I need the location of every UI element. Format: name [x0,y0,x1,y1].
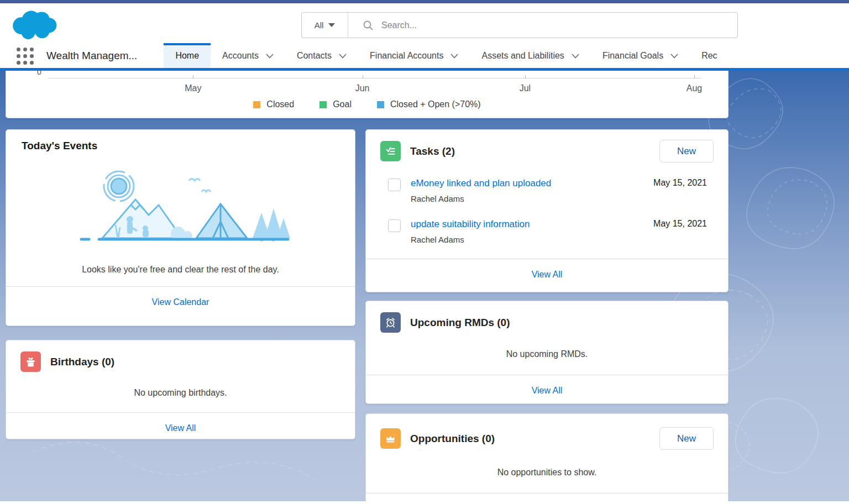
legend-swatch-closed [253,101,260,108]
tab-financial-accounts[interactable]: Financial Accounts [358,43,470,68]
task-due-date: May 15, 2021 [653,219,707,244]
tasks-card: Tasks (2) New eMoney linked and plan upl… [365,129,729,292]
crown-icon [380,428,401,449]
legend-item-closed-open: Closed + Open (>70%) [377,99,481,109]
search-input[interactable] [381,20,719,30]
card-title: Today's Events [6,140,355,152]
x-tick-jun: Jun [355,83,370,93]
task-checklist-icon [380,141,401,161]
view-all-link[interactable]: View All [532,270,563,279]
caret-down-icon [328,23,335,27]
card-title: Birthdays (0) [50,356,114,368]
task-due-date: May 15, 2021 [653,178,707,203]
chart-legend: Closed Goal Closed + Open (>70%) [6,99,728,109]
nav-tabs: Home Accounts Contacts Financial Account… [164,43,729,68]
app-launcher-icon[interactable] [17,48,35,66]
tab-home[interactable]: Home [164,43,211,68]
legend-swatch-goal [319,101,327,108]
salesforce-logo-icon [9,7,59,41]
card-title: Tasks (2) [410,145,455,158]
todays-events-card: Today's Events [6,129,355,326]
new-task-button[interactable]: New [659,140,714,162]
app-nav-bar: Wealth Managem... Home Accounts Contacts… [0,43,849,71]
new-opportunity-button[interactable]: New [659,427,714,450]
search-scope-label: All [315,20,324,30]
card-title: Upcoming RMDs (0) [410,317,510,329]
chevron-down-icon [266,54,274,59]
search-icon [363,20,374,31]
legend-item-goal: Goal [319,99,352,109]
x-tick-jul: Jul [520,83,531,93]
alarm-clock-icon [380,312,401,333]
gift-icon [20,351,41,372]
legend-item-closed: Closed [253,99,294,109]
rmds-empty-text: No upcoming RMDs. [366,349,728,359]
tab-contacts[interactable]: Contacts [285,43,358,68]
search-scope-dropdown[interactable]: All [302,13,348,38]
opportunities-card: Opportunities (0) New No opportunities t… [365,413,729,501]
view-all-link[interactable]: View All [532,386,563,395]
legend-swatch-closed-open [377,101,384,108]
global-header: All [0,3,849,43]
events-empty-illustration [65,160,297,255]
birthdays-empty-text: No upcoming birthdays. [6,388,355,398]
task-checkbox[interactable] [388,179,401,191]
y-axis-tick-label: 0 [37,71,41,76]
task-title-link[interactable]: update suitability information [411,219,530,229]
tab-accounts[interactable]: Accounts [211,43,285,68]
x-tick-aug: Aug [686,83,702,93]
tab-truncated[interactable]: Rec [690,43,729,68]
view-all-link[interactable]: View All [165,423,196,433]
tab-financial-goals[interactable]: Financial Goals [591,43,690,68]
task-title-link[interactable]: eMoney linked and plan uploaded [411,178,551,188]
task-assignee: Rachel Adams [411,235,530,244]
performance-chart-card: 0 May Jun Jul Aug Closed Goal [6,71,729,118]
task-row: eMoney linked and plan uploaded Rachel A… [388,178,707,203]
chart-x-axis: May Jun Jul Aug [48,78,701,78]
events-empty-text: Looks like you're free and clear the res… [6,265,355,275]
app-name: Wealth Managem... [46,50,137,62]
chevron-down-icon [572,54,579,59]
task-assignee: Rachel Adams [411,194,551,203]
chevron-down-icon [450,54,458,59]
opportunities-empty-text: No opportunities to show. [366,468,728,477]
birthdays-card: Birthdays (0) No upcoming birthdays. Vie… [6,340,355,439]
global-search: All [301,12,738,38]
tab-assets-and-liabilities[interactable]: Assets and Liabilities [470,43,590,68]
x-tick-may: May [185,83,201,93]
upcoming-rmds-card: Upcoming RMDs (0) No upcoming RMDs. View… [365,301,729,404]
page-content: 0 May Jun Jul Aug Closed Goal [0,71,849,501]
chevron-down-icon [339,54,347,59]
view-calendar-link[interactable]: View Calendar [152,297,209,307]
task-checkbox[interactable] [388,219,401,232]
chevron-down-icon [670,54,678,59]
card-title: Opportunities (0) [410,433,495,445]
task-row: update suitability information Rachel Ad… [388,219,707,244]
